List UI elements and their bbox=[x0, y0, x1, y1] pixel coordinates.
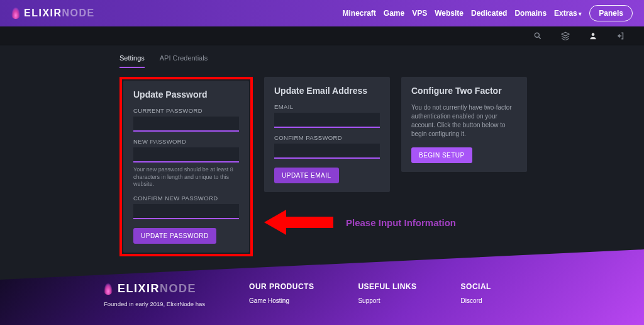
footer-link[interactable]: Game Hosting bbox=[249, 297, 314, 304]
arrow-icon bbox=[264, 207, 333, 238]
email-label: EMAIL bbox=[274, 103, 380, 110]
footer-heading: OUR PRODUCTS bbox=[249, 282, 314, 291]
brand-logo[interactable]: ELIXIRNODE bbox=[11, 8, 95, 19]
footer-link[interactable]: Discord bbox=[461, 297, 491, 304]
svg-marker-3 bbox=[264, 210, 333, 235]
account-tabs: Settings API Credentials bbox=[0, 45, 644, 68]
email-input[interactable] bbox=[274, 113, 380, 128]
user-icon[interactable] bbox=[589, 31, 597, 40]
svg-point-2 bbox=[592, 33, 595, 36]
new-password-label: NEW PASSWORD bbox=[133, 138, 239, 145]
current-password-input[interactable] bbox=[133, 117, 239, 132]
current-password-label: CURRENT PASSWORD bbox=[133, 107, 239, 114]
update-email-card: Update Email Address EMAIL CONFIRM PASSW… bbox=[264, 77, 390, 192]
update-password-card: Update Password CURRENT PASSWORD NEW PAS… bbox=[123, 81, 249, 253]
confirm-password-input[interactable] bbox=[133, 204, 239, 219]
card-title: Update Email Address bbox=[274, 86, 380, 96]
update-password-button[interactable]: UPDATE PASSWORD bbox=[133, 228, 216, 244]
footer: ELIXIRNODE Founded in early 2019, Elixir… bbox=[0, 249, 644, 325]
footer-brand-col: ELIXIRNODE Founded in early 2019, Elixir… bbox=[104, 282, 205, 325]
footer-brand-description: Founded in early 2019, ElixirNode has bbox=[104, 300, 205, 307]
nav-extras[interactable]: Extras bbox=[554, 9, 582, 18]
flame-icon bbox=[11, 8, 20, 19]
nav-vps[interactable]: VPS bbox=[412, 9, 427, 18]
password-hint: Your new password should be at least 8 c… bbox=[133, 166, 239, 188]
footer-products-col: OUR PRODUCTS Game Hosting bbox=[249, 282, 314, 325]
brand-text: ELIXIRNODE bbox=[24, 8, 95, 19]
nav-minecraft[interactable]: Minecraft bbox=[343, 9, 376, 18]
annotation-text: Please Input Information bbox=[346, 217, 456, 228]
search-icon[interactable] bbox=[533, 31, 542, 40]
main-content: Update Password CURRENT PASSWORD NEW PAS… bbox=[0, 68, 644, 256]
footer-heading: USEFUL LINKS bbox=[358, 282, 416, 291]
footer-brand-text: ELIXIRNODE bbox=[118, 282, 196, 295]
svg-point-0 bbox=[535, 33, 539, 37]
begin-setup-button[interactable]: BEGIN SETUP bbox=[411, 147, 472, 163]
nav-website[interactable]: Website bbox=[435, 9, 464, 18]
confirm-password-label: CONFIRM NEW PASSWORD bbox=[133, 195, 239, 202]
two-factor-card: Configure Two Factor You do not currentl… bbox=[401, 77, 527, 172]
card-title: Configure Two Factor bbox=[411, 86, 517, 96]
footer-social-col: SOCIAL Discord bbox=[461, 282, 491, 325]
logout-icon[interactable] bbox=[616, 31, 625, 40]
nav-dedicated[interactable]: Dedicated bbox=[471, 9, 507, 18]
svg-line-1 bbox=[539, 37, 541, 38]
tab-api-credentials[interactable]: API Credentials bbox=[160, 50, 208, 68]
nav-game[interactable]: Game bbox=[384, 9, 404, 18]
nav-links: Minecraft Game VPS Website Dedicated Dom… bbox=[343, 5, 633, 21]
footer-link[interactable]: Support bbox=[358, 297, 416, 304]
flame-icon bbox=[104, 283, 113, 295]
email-confirm-password-input[interactable] bbox=[274, 144, 380, 159]
two-factor-description: You do not currently have two-factor aut… bbox=[411, 103, 517, 139]
footer-links-col: USEFUL LINKS Support bbox=[358, 282, 416, 325]
layers-icon[interactable] bbox=[561, 31, 570, 40]
secondary-navbar bbox=[0, 26, 644, 45]
card-title: Update Password bbox=[133, 89, 239, 100]
tab-settings[interactable]: Settings bbox=[119, 50, 145, 68]
top-navbar: ELIXIRNODE Minecraft Game VPS Website De… bbox=[0, 0, 644, 26]
update-email-button[interactable]: UPDATE EMAIL bbox=[274, 168, 339, 183]
panels-button[interactable]: Panels bbox=[589, 5, 633, 21]
footer-heading: SOCIAL bbox=[461, 282, 491, 291]
new-password-input[interactable] bbox=[133, 147, 239, 162]
highlight-annotation-box: Update Password CURRENT PASSWORD NEW PAS… bbox=[119, 77, 253, 256]
confirm-password-label: CONFIRM PASSWORD bbox=[274, 134, 380, 141]
annotation: Please Input Information bbox=[264, 207, 456, 238]
nav-domains[interactable]: Domains bbox=[514, 9, 547, 18]
